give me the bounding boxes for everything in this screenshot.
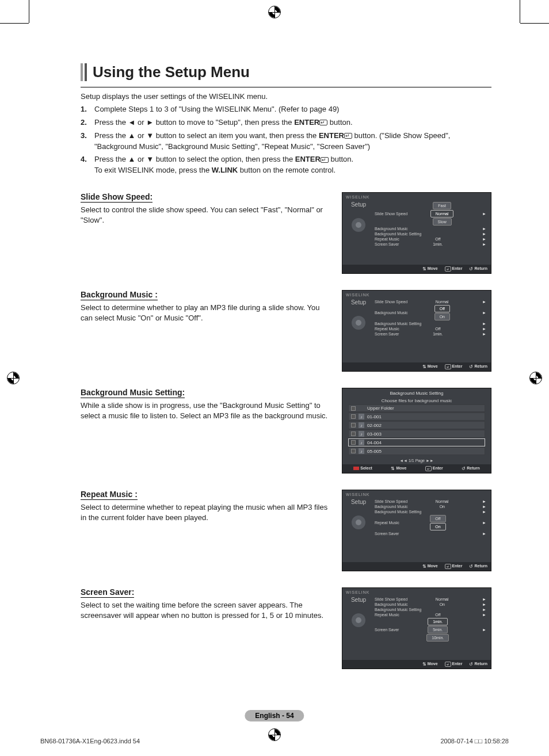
text-run: button. [327, 118, 352, 127]
file-name: 05-005 [367, 449, 382, 454]
file-name: 01-001 [367, 414, 382, 419]
footer-return: Return [474, 564, 487, 568]
osd-row: Screen Saver1min.► [375, 331, 487, 337]
osd-row-label: Screen Saver [375, 242, 399, 246]
section-screen-saver: Screen Saver: Select to set the waiting … [81, 587, 491, 669]
section-bg-music: Background Music : Select to determine w… [81, 290, 491, 372]
osd-row: Repeat MusicOff► [375, 326, 487, 331]
osd-footer: Move ↵Enter Return [342, 562, 491, 571]
osd-row: Screen Saver1min.5min.10min.► [375, 617, 487, 642]
osd-subtitle: Choose files for background music [342, 398, 491, 404]
footer-move: Move [396, 466, 406, 470]
osd-option-stack: OffOn [430, 515, 445, 530]
osd-option: On [434, 313, 450, 320]
section-heading: Background Music Setting: [81, 388, 185, 398]
osd-option: 10min. [426, 634, 449, 642]
osd-row-label: Repeat Music [375, 521, 399, 525]
osd-option: 5min. [428, 626, 448, 633]
osd-option: Off [434, 305, 450, 312]
osd-row: Screen Saver► [375, 531, 487, 536]
osd-footer: Move ↵Enter Return [342, 660, 491, 669]
doc-meta-right: 2008-07-14 □□ 10:58:28 [441, 738, 509, 744]
chevron-right-icon: ► [482, 300, 486, 304]
osd-row-label: Background Music Setting [375, 232, 421, 236]
osd-row-value: On [440, 505, 445, 509]
file-row-upper: Upper Folder [348, 404, 485, 412]
text-run: Press the ◄ or ► button to move to "Setu… [94, 118, 294, 127]
file-row: 04-004 [348, 438, 485, 446]
text-bold: W.LINK [212, 166, 238, 174]
file-name: 02-002 [367, 423, 382, 428]
step-item: 2. Press the ◄ or ► button to move to "S… [81, 117, 491, 128]
registration-mark-icon [268, 6, 281, 18]
chevron-right-icon: ► [482, 613, 486, 617]
osd-option-stack: 1min.5min.10min. [426, 618, 449, 642]
footer-move: Move [428, 364, 438, 368]
music-note-icon [359, 431, 364, 437]
step-number: 3. [81, 131, 94, 152]
osd-footer: Select Move ↵Enter Return [342, 464, 491, 473]
step-text: Press the ◄ or ► button to move to "Setu… [94, 117, 491, 128]
chevron-right-icon: ► [482, 597, 486, 601]
text-run: Press the ▲ or ▼ button to select an ite… [94, 131, 319, 140]
osd-row: Background Music Setting► [375, 509, 487, 514]
chevron-right-icon: ► [482, 332, 486, 336]
osd-row-label: Slide Show Speed [375, 212, 407, 216]
osd-option-stack: OffOn [434, 305, 450, 320]
osd-row-label: Background Music Setting [375, 322, 421, 326]
osd-row: Background MusicOn► [375, 602, 487, 607]
osd-row: Background Music Setting► [375, 607, 487, 612]
osd-row-value: Normal [436, 300, 449, 304]
osd-row-value: Normal [436, 597, 449, 601]
osd-bgm-setting: Background Music Setting Choose files fo… [342, 388, 491, 474]
osd-row: Slide Show SpeedNormal► [375, 499, 487, 504]
enter-icon: ↵ [445, 266, 451, 272]
step-text: Complete Steps 1 to 3 of "Using the WISE… [94, 104, 491, 115]
osd-row-value: 1min. [433, 242, 443, 246]
chevron-right-icon: ► [482, 499, 486, 503]
osd-footer: Move ↵Enter Return [342, 265, 491, 273]
heading-accent [85, 63, 87, 81]
step-number: 4. [81, 154, 94, 176]
enter-icon: ↵ [445, 564, 451, 569]
osd-row: Background MusicOn► [375, 504, 487, 509]
osd-row: Repeat MusicOff► [375, 612, 487, 617]
footer-move: Move [428, 564, 438, 568]
section-heading: Screen Saver: [81, 587, 134, 598]
osd-row-label: Slide Show Speed [375, 499, 407, 503]
osd-row: Background MusicOffOn► [375, 304, 487, 321]
osd-row: Repeat MusicOff► [375, 236, 487, 242]
chevron-right-icon: ► [482, 311, 486, 315]
return-icon [462, 466, 466, 471]
text-bold: ENTER [295, 155, 321, 163]
crop-mark [0, 23, 29, 24]
osd-option-stack: FastNormalSlow [430, 202, 454, 226]
registration-mark-icon [7, 372, 20, 384]
osd-row: Slide Show SpeedNormal► [375, 299, 487, 304]
footer-return: Return [474, 364, 487, 368]
section-body: Select to determine whether to repeat pl… [81, 502, 331, 522]
crop-mark [520, 23, 549, 24]
osd-row-label: Slide Show Speed [375, 300, 407, 304]
footer-return: Return [474, 266, 487, 270]
osd-pager: ◄◄ 1/1 Page ►► [342, 458, 491, 464]
osd-option: On [430, 523, 445, 530]
osd-row: Slide Show SpeedFastNormalSlow► [375, 201, 487, 226]
chevron-right-icon: ► [482, 505, 486, 509]
file-name: 04-004 [367, 440, 382, 445]
text-run: button on the remote control. [238, 166, 336, 174]
section-repeat-music: Repeat Music : Select to determine wheth… [81, 490, 491, 571]
step-item: 3. Press the ▲ or ▼ button to select an … [81, 131, 491, 152]
text-run: button. [329, 155, 353, 163]
select-icon [353, 467, 359, 470]
intro-text: Setup displays the user settings of the … [81, 92, 491, 101]
music-note-icon [359, 414, 364, 419]
gear-icon [352, 316, 365, 330]
updown-icon [422, 266, 426, 272]
osd-option: 1min. [428, 618, 448, 625]
footer-move: Move [428, 662, 438, 666]
osd-bg-music: WISELINK Setup Slide Show SpeedNormal►Ba… [342, 290, 491, 372]
osd-row-label: Repeat Music [375, 327, 399, 331]
osd-row-label: Slide Show Speed [375, 597, 407, 601]
step-number: 2. [81, 117, 94, 128]
